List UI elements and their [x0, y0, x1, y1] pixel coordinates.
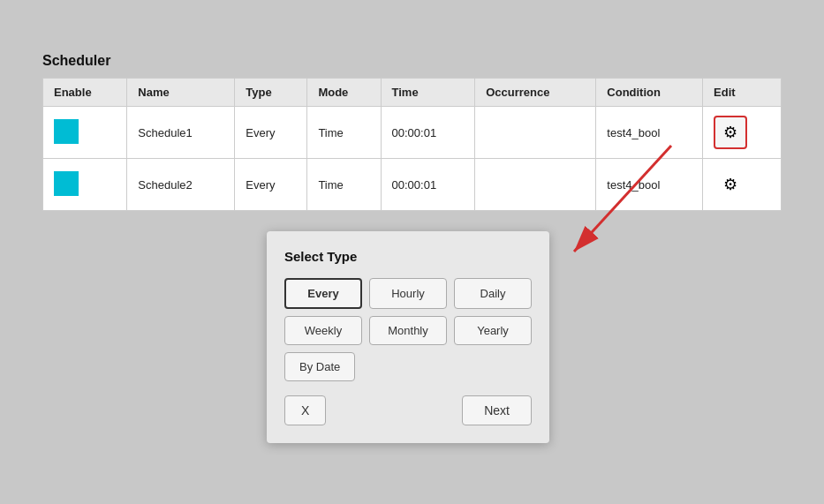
mode-cell-1: Time: [307, 107, 381, 159]
edit-cell-1: [703, 107, 782, 159]
mode-cell-2: Time: [307, 159, 381, 211]
select-type-modal: Select Type Every Hourly Daily Weekly Mo…: [267, 231, 549, 443]
table-row: Schedule2 Every Time 00:00:01 test4_bool: [43, 159, 782, 211]
name-cell-1: Schedule1: [127, 107, 235, 159]
occurrence-cell-2: [475, 159, 596, 211]
time-cell-1: 00:00:01: [381, 107, 475, 159]
gear-icon-1: [723, 123, 737, 142]
condition-cell-1: test4_bool: [596, 107, 703, 159]
modal-title: Select Type: [284, 249, 532, 264]
type-button-row-3: By Date: [284, 352, 532, 381]
enable-toggle-1[interactable]: [54, 119, 79, 144]
type-cell-1: Every: [235, 107, 307, 159]
table-header-row: Enable Name Type Mode Time Occurrence Co…: [43, 79, 782, 107]
edit-button-1[interactable]: [714, 116, 747, 149]
modal-actions: X Next: [284, 395, 532, 425]
occurrence-cell-1: [475, 107, 596, 159]
edit-cell-2: [703, 159, 782, 211]
type-button-hourly[interactable]: Hourly: [369, 278, 447, 309]
scheduler-title: Scheduler: [42, 53, 782, 69]
type-button-daily[interactable]: Daily: [454, 278, 532, 309]
enable-cell: [43, 107, 127, 159]
col-edit: Edit: [703, 79, 782, 107]
type-button-row-1: Every Hourly Daily Weekly Monthly Yearly: [284, 278, 532, 345]
type-button-every[interactable]: Every: [284, 278, 362, 309]
type-button-weekly[interactable]: Weekly: [284, 316, 362, 345]
type-button-monthly[interactable]: Monthly: [369, 316, 447, 345]
name-cell-2: Schedule2: [127, 159, 235, 211]
enable-cell: [43, 159, 127, 211]
col-time: Time: [381, 79, 475, 107]
col-type: Type: [235, 79, 307, 107]
gear-icon-2: [723, 175, 737, 194]
condition-cell-2: test4_bool: [596, 159, 703, 211]
type-button-yearly[interactable]: Yearly: [454, 316, 532, 345]
next-button[interactable]: Next: [462, 395, 532, 425]
enable-toggle-2[interactable]: [54, 171, 79, 196]
scheduler-container: Scheduler Enable Name Type Mode Time Occ…: [42, 53, 782, 211]
table-row: Schedule1 Every Time 00:00:01 test4_bool: [43, 107, 782, 159]
type-button-bydate[interactable]: By Date: [284, 352, 355, 381]
time-cell-2: 00:00:01: [381, 159, 475, 211]
type-cell-2: Every: [235, 159, 307, 211]
scheduler-table: Enable Name Type Mode Time Occurrence Co…: [42, 78, 782, 211]
col-condition: Condition: [596, 79, 703, 107]
col-occurrence: Occurrence: [475, 79, 596, 107]
col-mode: Mode: [307, 79, 381, 107]
edit-button-2[interactable]: [714, 168, 747, 201]
col-enable: Enable: [43, 79, 127, 107]
cancel-button[interactable]: X: [284, 395, 326, 425]
col-name: Name: [127, 79, 235, 107]
